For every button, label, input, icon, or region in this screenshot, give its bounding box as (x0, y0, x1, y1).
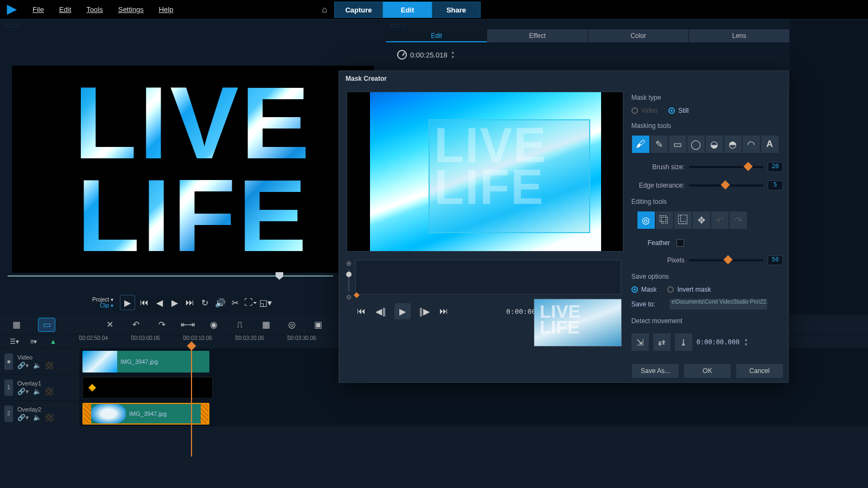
link-icon[interactable]: 🔗▾ (17, 388, 29, 395)
go-start-button[interactable]: ⏮ (355, 305, 367, 317)
rectangle-tool[interactable]: ▭ (668, 135, 687, 153)
visibility-icon[interactable] (46, 388, 53, 395)
save-as-button[interactable]: Save As... (632, 364, 679, 378)
menu-help[interactable]: Help (152, 3, 180, 16)
project-clip-label[interactable]: Project ▾ Clip ▾ (92, 297, 113, 309)
track-opts-icon[interactable]: ≡▾ (27, 335, 40, 348)
zoom-slider[interactable]: ⊕⊖ (344, 260, 353, 301)
detect-tc-spinner[interactable]: ▲▼ (744, 337, 748, 347)
detect-range-button[interactable]: ⇄ (653, 333, 671, 351)
brush-tool[interactable]: 🖌 (631, 135, 650, 153)
clip-video[interactable]: IMG_3947.jpg (82, 351, 209, 373)
menu-settings[interactable]: Settings (112, 3, 150, 16)
text-mask-tool[interactable]: A (761, 135, 779, 153)
menu-edit[interactable]: Edit (53, 3, 78, 16)
go-end-button[interactable]: ⏭ (438, 305, 450, 317)
marker-tool[interactable]: ⇤⇥ (181, 318, 194, 331)
fx-tool[interactable]: ✕ (103, 318, 116, 331)
cancel-button[interactable]: Cancel (736, 364, 783, 378)
mixer-button[interactable]: ⎍ (233, 318, 246, 331)
pixels-slider[interactable] (689, 259, 763, 261)
home-button[interactable]: ⌂ (315, 0, 334, 20)
split-button[interactable]: ✂ (229, 297, 241, 309)
track-add-icon[interactable]: ▲ (47, 335, 60, 348)
mute-icon[interactable]: 🔈 (33, 414, 41, 421)
smart-eraser-tool[interactable]: ◓ (724, 135, 742, 153)
clip-overlay1[interactable] (82, 377, 213, 399)
step-back-button[interactable]: ◀ (154, 297, 165, 309)
track-body-overlay2[interactable]: IMG_3947.jpg (79, 401, 868, 426)
record-button[interactable]: ◉ (207, 318, 220, 331)
move-tool[interactable]: ✥ (692, 211, 711, 229)
mask-type-still-radio[interactable]: Still (668, 107, 688, 114)
fullscreen-button[interactable]: ⛶▾ (245, 297, 257, 309)
mute-icon[interactable]: 🔈 (33, 388, 41, 395)
detect-timecode[interactable]: 0:00:00.000 (697, 338, 739, 346)
link-icon[interactable]: 🔗▾ (17, 362, 29, 369)
move-mask-tool[interactable]: ◎ (637, 211, 655, 229)
smart-brush-tool[interactable]: ✎ (650, 135, 668, 153)
chapter-tool[interactable]: ▣ (311, 318, 324, 331)
timeline-view-button[interactable]: ▭ (38, 318, 55, 332)
snapshot-button[interactable]: ◱▾ (260, 297, 272, 309)
tab-color[interactable]: Color (588, 29, 689, 42)
preview-scrubber[interactable] (8, 272, 333, 280)
panel-grip[interactable]: :::::: (0, 20, 386, 30)
paste-tool[interactable]: ⿺ (674, 211, 692, 229)
playhead[interactable] (191, 348, 192, 457)
freehand-tool[interactable]: ◠ (742, 135, 761, 153)
undo-button[interactable]: ↶ (129, 318, 142, 331)
track-list-icon[interactable]: ☰▾ (8, 335, 21, 348)
edge-tolerance-slider[interactable] (689, 184, 763, 187)
tab-lens[interactable]: Lens (689, 29, 790, 42)
step-fwd-button[interactable]: ▶ (169, 297, 181, 309)
timeline-ruler[interactable]: 00:02:50.04 00:03:00.06 00:03:10.06 00:0… (79, 335, 340, 348)
mode-share[interactable]: Share (432, 2, 481, 18)
panel-grip-right[interactable]: :::::: (386, 20, 790, 30)
go-end-button[interactable]: ⏭ (184, 297, 196, 309)
keyframe-icon[interactable] (88, 384, 96, 391)
menu-tools[interactable]: Tools (80, 3, 109, 16)
step-fwd-button[interactable]: ∥▶ (418, 305, 430, 317)
mute-icon[interactable]: 🔈 (33, 362, 41, 369)
preview-viewport[interactable]: LIVELIFE (12, 66, 374, 273)
feather-checkbox[interactable] (676, 239, 684, 247)
volume-button[interactable]: 🔊 (214, 297, 226, 309)
edge-tolerance-input[interactable]: 5 (768, 181, 783, 190)
brush-size-slider[interactable] (689, 166, 763, 168)
undo-tool[interactable]: ↶ (711, 211, 729, 229)
pixels-input[interactable]: 50 (768, 255, 783, 265)
play-button[interactable]: ▶ (394, 303, 411, 319)
crop-tool[interactable]: ▦ (259, 318, 272, 331)
menu-file[interactable]: File (26, 3, 50, 16)
detect-end-button[interactable]: ⤓ (675, 333, 692, 351)
mode-capture[interactable]: Capture (334, 2, 383, 18)
clip-overlay2[interactable]: IMG_3947.jpg (82, 403, 209, 425)
redo-tool[interactable]: ↷ (729, 211, 748, 229)
ok-button[interactable]: OK (684, 364, 731, 378)
scrub-handle[interactable] (276, 272, 283, 280)
redo-button[interactable]: ↷ (155, 318, 168, 331)
play-button[interactable]: ▶ (120, 295, 135, 310)
visibility-icon[interactable] (46, 362, 53, 369)
save-to-path[interactable]: e\Documents\Corel VideoStudio Pro\22.0 (669, 299, 767, 310)
mode-edit[interactable]: Edit (383, 2, 432, 18)
go-start-button[interactable]: ⏮ (138, 297, 150, 309)
duration-spinner[interactable]: ▲▼ (451, 50, 455, 60)
save-mask-radio[interactable]: Mask (631, 286, 657, 293)
mask-scrubber[interactable]: ◆ (355, 260, 621, 294)
save-invert-radio[interactable]: Invert mask (667, 286, 711, 293)
detect-next-button[interactable]: ⇲ (631, 333, 649, 351)
eraser-tool[interactable]: ◒ (705, 135, 724, 153)
step-back-button[interactable]: ◀∥ (375, 305, 387, 317)
copy-tool[interactable]: ⿻ (655, 211, 674, 229)
visibility-icon[interactable] (46, 414, 53, 421)
tab-effect[interactable]: Effect (487, 29, 588, 42)
brush-size-input[interactable]: 20 (768, 162, 783, 172)
storyboard-view-button[interactable]: ▦ (8, 318, 25, 332)
track-tool[interactable]: ◎ (285, 318, 298, 331)
mask-preview[interactable]: LIVELIFE (347, 92, 623, 252)
loop-button[interactable]: ↻ (199, 297, 211, 309)
duration-field[interactable]: 0:00:25.018 ▲▼ (397, 50, 455, 60)
tab-edit[interactable]: Edit (386, 29, 487, 42)
